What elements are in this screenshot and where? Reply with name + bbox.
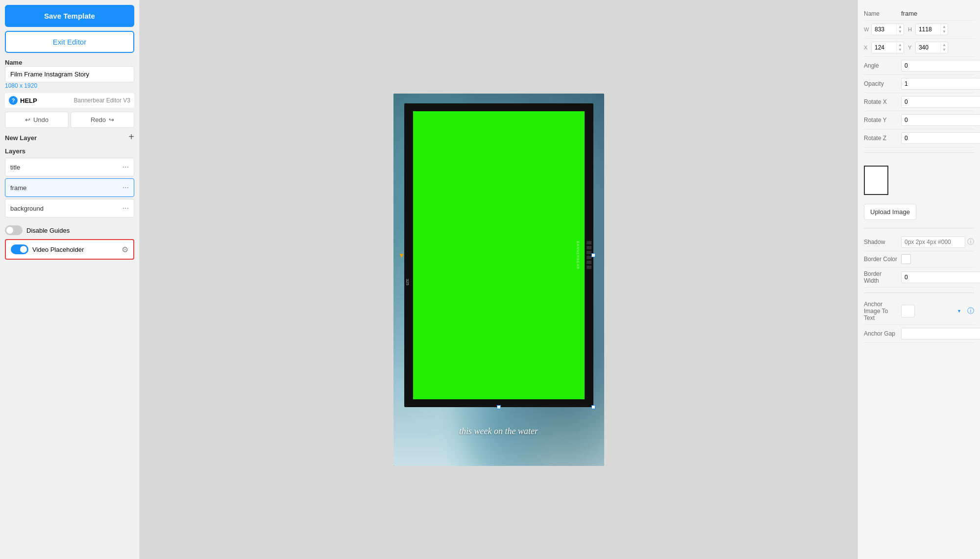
image-preview-box	[864, 166, 888, 195]
h-spin-up[interactable]: ▲	[942, 24, 946, 29]
anchor-gap-input[interactable]	[902, 328, 980, 339]
x-spin-up[interactable]: ▲	[898, 43, 902, 48]
film-number-text: 325	[405, 279, 410, 285]
prop-wh-row: W ▲ ▼ H ▲ ▼	[864, 21, 974, 39]
shadow-label: Shadow	[864, 239, 898, 245]
video-placeholder-toggle[interactable]	[11, 244, 28, 254]
selection-handle-bm[interactable]	[497, 405, 501, 409]
add-layer-button[interactable]: +	[128, 132, 134, 142]
name-section-label: Name	[5, 59, 134, 66]
film-hole-5	[587, 261, 591, 264]
redo-button[interactable]: Redo ↪	[71, 112, 134, 128]
help-label: HELP	[20, 97, 37, 104]
shadow-info-icon[interactable]: ⓘ	[967, 238, 974, 246]
layer-name-title: title	[10, 164, 20, 171]
anchor-image-select[interactable]	[901, 305, 915, 317]
gear-icon[interactable]: ⚙	[122, 245, 128, 254]
angle-input[interactable]	[902, 60, 980, 71]
border-width-input-wrapper: ▲ ▼	[901, 271, 980, 283]
border-color-label: Border Color	[864, 256, 898, 263]
y-input-wrapper: ▲ ▼	[915, 42, 948, 53]
shadow-input[interactable]	[901, 236, 965, 248]
film-hole-3	[587, 251, 591, 254]
prop-name-row: Name frame	[864, 7, 974, 21]
x-input[interactable]	[872, 42, 896, 53]
layers-section: Layers title ··· frame ··· background ··…	[5, 146, 134, 219]
rotatex-input[interactable]	[902, 97, 980, 107]
w-input[interactable]	[872, 24, 896, 35]
y-input[interactable]	[916, 42, 940, 53]
wh-inputs: W ▲ ▼ H ▲ ▼	[864, 24, 974, 35]
divider-3	[864, 292, 974, 293]
layer-options-background[interactable]: ···	[122, 204, 129, 213]
disable-guides-toggle[interactable]	[5, 225, 23, 235]
prop-opacity-row: Opacity ▲ ▼	[864, 75, 974, 93]
prop-xy-row: X ▲ ▼ Y ▲ ▼	[864, 39, 974, 57]
rotatey-input[interactable]	[902, 115, 980, 125]
w-spin-up[interactable]: ▲	[898, 24, 902, 29]
film-frame-layer[interactable]: BANNERBEAR 325 ▼	[404, 103, 593, 407]
canvas-area: BANNERBEAR 325 ▼ this week on the water	[140, 0, 858, 559]
selection-handle-br[interactable]	[591, 405, 595, 409]
layer-options-title[interactable]: ···	[122, 163, 129, 171]
layer-item-background[interactable]: background ···	[5, 199, 134, 218]
name-prop-value: frame	[901, 10, 974, 17]
anchor-gap-input-wrapper: ▲ ▼	[901, 328, 980, 340]
save-template-button[interactable]: Save Template	[5, 5, 134, 27]
film-hole-4	[587, 256, 591, 259]
shadow-input-group: ⓘ	[901, 236, 974, 248]
w-spin-down[interactable]: ▼	[898, 29, 902, 34]
prop-anchor-image-row: Anchor Image To Text ⓘ	[864, 298, 974, 325]
prop-anchor-gap-row: Anchor Gap ▲ ▼	[864, 325, 974, 343]
opacity-input-wrapper: ▲ ▼	[901, 78, 980, 90]
prop-angle-row: Angle ▲ ▼	[864, 57, 974, 75]
border-width-input[interactable]	[902, 272, 980, 283]
y-input-group: Y ▲ ▼	[908, 42, 948, 53]
film-brand-text: BANNERBEAR	[576, 241, 580, 269]
rotatex-input-wrapper: ▲ ▼	[901, 96, 980, 108]
y-spin-up[interactable]: ▲	[942, 43, 946, 48]
rotatex-label: Rotate X	[864, 98, 898, 105]
opacity-input[interactable]	[902, 78, 980, 89]
exit-editor-button[interactable]: Exit Editor	[5, 31, 134, 53]
y-spin-down[interactable]: ▼	[942, 48, 946, 52]
anchor-info-icon[interactable]: ⓘ	[967, 307, 974, 316]
new-layer-label: New Layer	[5, 134, 37, 142]
h-input[interactable]	[916, 24, 940, 35]
prop-shadow-row: Shadow ⓘ	[864, 233, 974, 251]
prop-rotatex-row: Rotate X ▲ ▼	[864, 93, 974, 111]
rotatey-label: Rotate Y	[864, 117, 898, 123]
prop-border-width-row: Border Width ▲ ▼	[864, 267, 974, 288]
h-input-wrapper: ▲ ▼	[915, 24, 948, 35]
help-icon: ?	[9, 96, 18, 105]
undo-label: Undo	[33, 116, 49, 123]
new-layer-row: New Layer +	[5, 132, 134, 142]
border-color-input-group	[901, 254, 974, 264]
canvas-wrapper: BANNERBEAR 325 ▼ this week on the water	[393, 94, 604, 466]
h-spin-down[interactable]: ▼	[942, 29, 946, 34]
canvas-background: BANNERBEAR 325 ▼ this week on the water	[393, 94, 604, 466]
opacity-label: Opacity	[864, 80, 898, 87]
selection-handle-rm[interactable]	[591, 253, 595, 257]
undo-redo-row: ↩ Undo Redo ↪	[5, 112, 134, 128]
border-color-swatch[interactable]	[901, 254, 911, 264]
rotatez-input[interactable]	[902, 133, 980, 144]
border-width-label: Border Width	[864, 270, 898, 284]
video-placeholder-row: Video Placeholder ⚙	[5, 239, 134, 260]
upload-image-button[interactable]: Upload Image	[864, 204, 916, 220]
layers-label: Layers	[5, 147, 134, 155]
disable-guides-label: Disable Guides	[26, 227, 70, 234]
layer-item-title[interactable]: title ···	[5, 158, 134, 176]
x-sublabel: X	[864, 45, 870, 50]
anchor-image-label: Anchor Image To Text	[864, 301, 898, 321]
layer-options-frame[interactable]: ···	[122, 183, 129, 192]
film-hole-1	[587, 241, 591, 244]
template-name-input[interactable]	[5, 66, 134, 82]
angle-label: Angle	[864, 62, 898, 69]
undo-button[interactable]: ↩ Undo	[5, 112, 69, 128]
h-input-group: H ▲ ▼	[908, 24, 948, 35]
x-spin-down[interactable]: ▼	[898, 48, 902, 52]
video-placeholder-label: Video Placeholder	[32, 246, 84, 253]
name-prop-label: Name	[864, 10, 898, 17]
layer-item-frame[interactable]: frame ···	[5, 178, 134, 197]
